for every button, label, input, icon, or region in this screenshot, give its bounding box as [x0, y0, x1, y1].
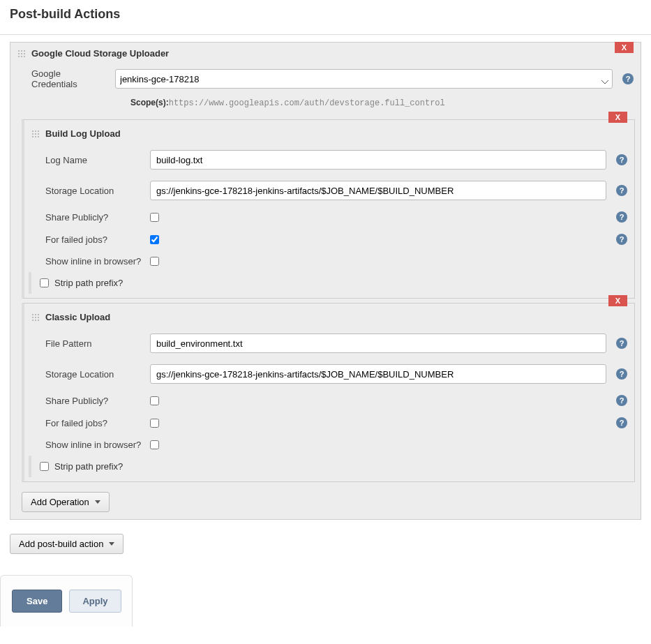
show-inline-checkbox[interactable]	[150, 257, 159, 266]
scope-row: Scope(s):https://www.googleapis.com/auth…	[10, 93, 641, 115]
delete-classic-upload-button[interactable]: X	[608, 295, 627, 306]
share-publicly-label: Share Publicly?	[45, 396, 150, 406]
build-log-upload-header: Build Log Upload	[31, 128, 627, 144]
file-pattern-label: File Pattern	[45, 338, 150, 349]
strip-prefix-checkbox[interactable]	[40, 462, 49, 471]
help-icon[interactable]: ?	[616, 368, 627, 380]
credentials-label: Google Credentials	[31, 68, 115, 89]
scope-label: Scope(s):	[130, 98, 169, 107]
drag-handle-icon[interactable]	[31, 313, 40, 322]
add-operation-label: Add Operation	[31, 497, 89, 507]
add-post-build-action-button[interactable]: Add post-build action	[10, 534, 124, 554]
chevron-down-icon	[109, 542, 114, 546]
share-publicly-label: Share Publicly?	[45, 212, 150, 223]
storage-location-row: Storage Location ?	[31, 175, 627, 206]
help-icon[interactable]: ?	[616, 338, 627, 349]
help-icon[interactable]: ?	[616, 211, 627, 223]
file-pattern-row: File Pattern ?	[31, 328, 627, 359]
for-failed-checkbox[interactable]	[150, 419, 159, 428]
share-publicly-checkbox[interactable]	[150, 213, 159, 222]
storage-location-input[interactable]	[150, 364, 606, 384]
build-log-upload-panel: X Build Log Upload Log Name ? Storage Lo…	[22, 119, 635, 299]
help-icon[interactable]: ?	[616, 417, 627, 428]
build-log-upload-title: Build Log Upload	[45, 128, 121, 139]
show-inline-checkbox[interactable]	[150, 440, 159, 449]
credentials-select[interactable]: jenkins-gce-178218	[115, 69, 613, 89]
add-post-build-action-label: Add post-build action	[19, 539, 103, 549]
for-failed-label: For failed jobs?	[45, 234, 150, 245]
for-failed-row: For failed jobs? ?	[31, 412, 627, 434]
scope-url: https://www.googleapis.com/auth/devstora…	[169, 98, 445, 108]
show-inline-row: Show inline in browser?	[31, 250, 627, 272]
add-operation-button[interactable]: Add Operation	[22, 492, 110, 512]
file-pattern-input[interactable]	[150, 334, 606, 353]
gcs-uploader-title: Google Cloud Storage Uploader	[31, 48, 169, 59]
share-publicly-checkbox[interactable]	[150, 396, 159, 405]
share-publicly-row: Share Publicly? ?	[31, 206, 627, 228]
credentials-row: Google Credentials jenkins-gce-178218 ?	[10, 64, 641, 93]
strip-prefix-checkbox[interactable]	[40, 278, 49, 287]
storage-location-row: Storage Location ?	[31, 359, 627, 389]
delete-uploader-button[interactable]: X	[615, 42, 634, 53]
strip-prefix-row: Strip path prefix?	[29, 456, 627, 477]
log-name-input[interactable]	[150, 150, 606, 170]
help-icon[interactable]: ?	[616, 395, 627, 406]
log-name-row: Log Name ?	[31, 144, 627, 175]
show-inline-row: Show inline in browser?	[31, 434, 627, 456]
save-button[interactable]: Save	[12, 590, 62, 613]
help-icon[interactable]: ?	[616, 154, 627, 165]
gcs-uploader-panel: Google Cloud Storage Uploader X Google C…	[10, 42, 641, 520]
help-icon[interactable]: ?	[622, 73, 634, 84]
storage-location-label: Storage Location	[45, 369, 150, 380]
classic-upload-title: Classic Upload	[45, 312, 110, 322]
show-inline-label: Show inline in browser?	[45, 440, 150, 450]
share-publicly-row: Share Publicly? ?	[31, 389, 627, 412]
strip-prefix-row: Strip path prefix?	[29, 272, 627, 294]
show-inline-label: Show inline in browser?	[45, 256, 150, 267]
for-failed-row: For failed jobs? ?	[31, 228, 627, 250]
apply-button[interactable]: Apply	[69, 590, 121, 613]
storage-location-label: Storage Location	[45, 186, 150, 196]
storage-location-input[interactable]	[150, 181, 606, 200]
gcs-uploader-header: Google Cloud Storage Uploader X	[10, 43, 641, 64]
footer-bar: Save Apply	[0, 575, 133, 627]
help-icon[interactable]: ?	[616, 234, 627, 245]
strip-prefix-label: Strip path prefix?	[54, 278, 123, 288]
chevron-down-icon	[95, 500, 100, 504]
help-icon[interactable]: ?	[616, 185, 627, 196]
page-title: Post-build Actions	[0, 0, 651, 35]
log-name-label: Log Name	[45, 155, 150, 165]
classic-upload-header: Classic Upload	[31, 312, 627, 328]
for-failed-label: For failed jobs?	[45, 418, 150, 428]
drag-handle-icon[interactable]	[17, 50, 26, 58]
strip-prefix-label: Strip path prefix?	[54, 461, 123, 472]
for-failed-checkbox[interactable]	[150, 235, 159, 244]
drag-handle-icon[interactable]	[31, 130, 40, 138]
delete-build-log-button[interactable]: X	[608, 112, 627, 123]
classic-upload-panel: X Classic Upload File Pattern ? Storage …	[22, 303, 635, 482]
